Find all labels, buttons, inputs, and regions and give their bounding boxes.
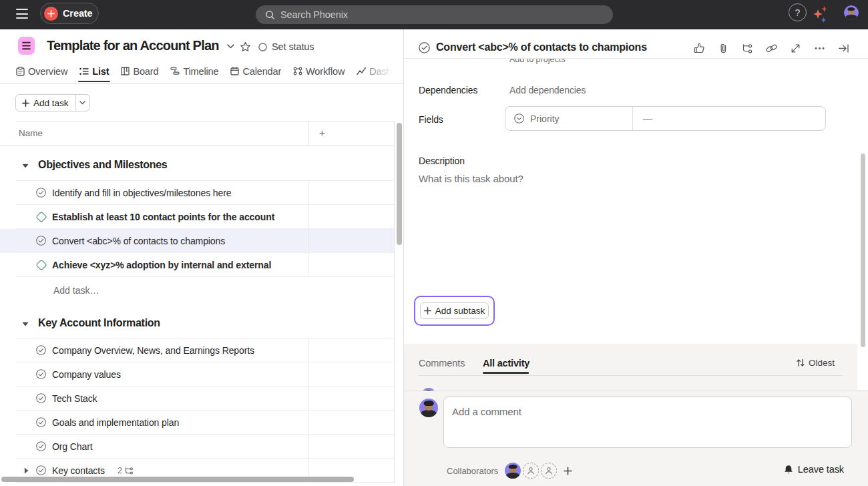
left-vertical-scrollbar[interactable] xyxy=(397,123,402,245)
check-circle-icon[interactable] xyxy=(36,441,46,451)
collapse-triangle-icon[interactable] xyxy=(22,322,29,326)
hamburger-menu-icon[interactable] xyxy=(16,9,28,20)
tab-calendar[interactable]: Calendar xyxy=(230,66,281,77)
add-subtask-button[interactable]: Add subtask xyxy=(420,302,489,319)
left-horizontal-scrollbar[interactable] xyxy=(1,477,354,482)
add-dependencies-button[interactable]: Add dependencies xyxy=(509,85,586,95)
project-view-tabs: Overview List Board Timeline Calendar Wo… xyxy=(16,59,404,83)
favorite-star-icon[interactable] xyxy=(240,41,251,52)
check-circle-icon[interactable] xyxy=(36,465,46,475)
check-circle-icon[interactable] xyxy=(36,369,46,379)
task-row[interactable]: Achieve <xyz>% adoption by internal and … xyxy=(0,253,394,277)
field-priority-value[interactable]: — xyxy=(633,107,825,130)
milestone-diamond-icon[interactable] xyxy=(35,211,47,223)
search-input[interactable]: Search Phoenix xyxy=(256,5,613,24)
comment-user-avatar xyxy=(419,399,438,417)
task-row[interactable]: Company values xyxy=(0,362,394,387)
collaborator-avatar[interactable] xyxy=(505,463,521,479)
task-row[interactable]: Establish at least 10 contact points for… xyxy=(0,205,394,229)
task-name: Company values xyxy=(52,369,121,380)
add-task-row[interactable]: Add task… xyxy=(0,277,394,301)
check-circle-icon[interactable] xyxy=(36,188,46,198)
check-circle-icon[interactable] xyxy=(36,417,46,427)
task-name: Company Overview, News, and Earnings Rep… xyxy=(52,345,254,356)
copy-link-icon[interactable] xyxy=(766,43,777,54)
user-avatar[interactable] xyxy=(844,5,859,20)
add-task-button[interactable]: Add task xyxy=(16,95,75,111)
tab-all-activity[interactable]: All activity xyxy=(483,358,529,369)
task-row[interactable]: Goals and implementation plan xyxy=(0,411,394,435)
tab-workflow[interactable]: Workflow xyxy=(293,66,345,77)
task-row[interactable]: Tech Stack xyxy=(0,387,394,411)
tab-dashboards[interactable]: Dashboards xyxy=(357,66,404,77)
field-dropdown-circle-icon xyxy=(514,113,524,124)
create-button[interactable]: Create xyxy=(40,3,99,24)
set-status-button[interactable]: Set status xyxy=(258,41,314,52)
check-circle-icon[interactable] xyxy=(36,236,46,246)
project-title[interactable]: Template for an Account Plan xyxy=(47,38,219,53)
task-row-selected[interactable]: Convert <abc>% of contacts to champions xyxy=(0,229,394,253)
help-button[interactable]: ? xyxy=(789,3,807,21)
task-row[interactable]: Org Chart xyxy=(0,435,394,459)
task-row[interactable]: Identify and fill in objectives/mileston… xyxy=(0,181,394,205)
empty-collaborator-slot[interactable] xyxy=(523,463,539,479)
task-detail-body: Add to projects Dependencies Add depende… xyxy=(404,59,868,344)
like-thumbs-up-icon[interactable] xyxy=(694,43,705,54)
project-icon[interactable] xyxy=(18,37,35,55)
tab-overview[interactable]: Overview xyxy=(16,66,67,77)
tab-comments[interactable]: Comments xyxy=(419,358,465,369)
row-empty-cell xyxy=(308,435,395,459)
more-options-icon[interactable] xyxy=(814,43,825,54)
add-column-button[interactable]: + xyxy=(319,127,325,138)
tab-label: Dashboards xyxy=(369,66,404,77)
tab-board[interactable]: Board xyxy=(121,66,158,77)
task-row[interactable]: Company Overview, News, and Earnings Rep… xyxy=(0,338,394,362)
section-header-key-account[interactable]: Key Account Information xyxy=(0,301,394,338)
fields-table: Priority — xyxy=(505,106,826,131)
create-button-label: Create xyxy=(63,8,93,19)
close-pane-icon[interactable] xyxy=(838,43,849,54)
check-circle-icon[interactable] xyxy=(36,345,46,355)
add-task-dropdown-chevron[interactable] xyxy=(75,95,89,111)
attachment-paperclip-icon[interactable] xyxy=(718,43,729,54)
expand-triangle-icon[interactable] xyxy=(24,467,29,474)
empty-collaborator-slot[interactable] xyxy=(541,463,557,479)
check-circle-icon[interactable] xyxy=(36,393,46,403)
tabs-divider xyxy=(0,83,403,84)
field-priority-cell[interactable]: Priority xyxy=(505,107,633,130)
right-vertical-scrollbar[interactable] xyxy=(861,154,865,347)
section-header-objectives[interactable]: Objectives and Milestones xyxy=(0,146,394,181)
milestone-diamond-icon[interactable] xyxy=(35,259,47,271)
person-icon xyxy=(545,467,553,475)
name-column-header: Name xyxy=(19,128,43,138)
fields-label: Fields xyxy=(419,114,443,125)
plus-icon xyxy=(44,7,58,21)
collaborators-row: Collaborators xyxy=(447,463,572,479)
complete-task-check-icon[interactable] xyxy=(419,42,430,53)
task-detail-title[interactable]: Convert <abc>% of contacts to champions xyxy=(436,41,647,53)
ai-sparkles-icon[interactable] xyxy=(812,5,829,24)
tab-timeline[interactable]: Timeline xyxy=(170,66,218,77)
subtask-count: 2 xyxy=(118,466,122,475)
project-menu-chevron-down-icon[interactable] xyxy=(227,44,234,49)
task-name: Org Chart xyxy=(52,441,93,452)
sort-order-label: Oldest xyxy=(809,358,835,368)
add-subtask-icon[interactable] xyxy=(742,43,753,54)
tab-list[interactable]: List xyxy=(79,66,109,77)
calendar-icon xyxy=(230,67,239,75)
expand-fullscreen-icon[interactable] xyxy=(790,43,801,54)
sort-order-button[interactable]: Oldest xyxy=(797,358,835,368)
add-to-projects-button[interactable]: Add to projects xyxy=(509,59,565,64)
collaborators-label: Collaborators xyxy=(447,466,498,476)
collapse-triangle-icon[interactable] xyxy=(22,164,29,168)
add-collaborator-button[interactable] xyxy=(564,467,572,475)
leave-task-button[interactable]: Leave task xyxy=(784,464,844,475)
description-input[interactable]: What is this task about? xyxy=(419,173,523,184)
task-name: Convert <abc>% of contacts to champions xyxy=(52,236,225,246)
comment-input[interactable]: Add a comment xyxy=(443,397,852,448)
project-list-pane: Template for an Account Plan Set status … xyxy=(0,29,404,486)
row-empty-cell xyxy=(308,253,395,277)
field-value: — xyxy=(643,113,652,124)
task-name: Achieve <xyz>% adoption by internal and … xyxy=(52,260,271,270)
list-icon xyxy=(79,67,89,75)
